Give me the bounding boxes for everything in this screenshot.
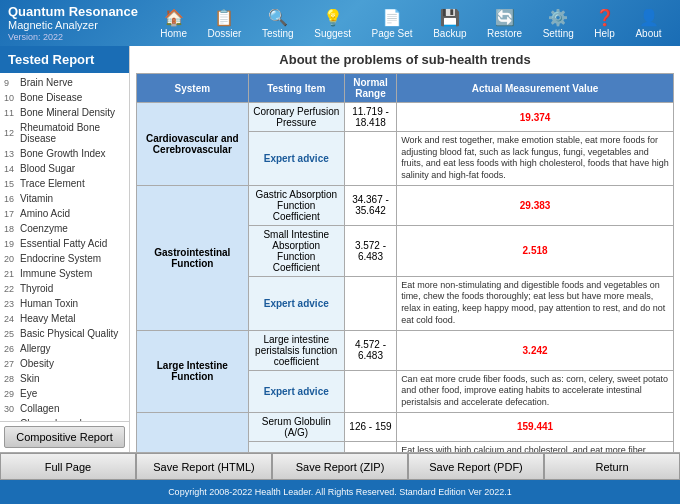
actual-value-cell: 19.374 xyxy=(397,103,674,132)
sidebar-item-29[interactable]: 29Eye xyxy=(0,386,129,401)
return-button[interactable]: Return xyxy=(544,453,680,480)
sidebar-item-26[interactable]: 26Allergy xyxy=(0,341,129,356)
item-number: 16 xyxy=(4,194,18,204)
sidebar-bottom: Compositive Report xyxy=(0,421,129,452)
nav-item-testing[interactable]: 🔍Testing xyxy=(258,6,298,41)
table-row: Large Intestine FunctionLarge intestine … xyxy=(137,330,674,370)
sidebar-item-24[interactable]: 24Heavy Metal xyxy=(0,311,129,326)
sidebar-item-21[interactable]: 21Immune System xyxy=(0,266,129,281)
nav-item-dossier[interactable]: 📋Dossier xyxy=(204,6,246,41)
sidebar-item-15[interactable]: 15Trace Element xyxy=(0,176,129,191)
actual-value-cell: 159.441 xyxy=(397,412,674,441)
app-logo: Quantum Resonance Magnetic Analyzer Vers… xyxy=(8,4,138,43)
system-cell: Large Intestine Function xyxy=(137,330,249,412)
app-version: Version: 2022 xyxy=(8,32,138,42)
save-report-html-button[interactable]: Save Report (HTML) xyxy=(136,453,272,480)
testing-item-cell: Large intestine peristalsis function coe… xyxy=(248,330,344,370)
sidebar-item-19[interactable]: 19Essential Fatty Acid xyxy=(0,236,129,251)
item-number: 9 xyxy=(4,78,18,88)
item-label: Trace Element xyxy=(20,178,85,189)
full-page-button[interactable]: Full Page xyxy=(0,453,136,480)
sidebar-item-18[interactable]: 18Coenzyme xyxy=(0,221,129,236)
actual-value-cell: 3.242 xyxy=(397,330,674,370)
item-label: Obesity xyxy=(20,358,54,369)
normal-range-cell xyxy=(344,370,396,412)
sidebar-item-27[interactable]: 27Obesity xyxy=(0,356,129,371)
item-label: Collagen xyxy=(20,403,59,414)
normal-range-cell xyxy=(344,132,396,186)
sidebar-item-13[interactable]: 13Bone Growth Index xyxy=(0,146,129,161)
app-sub: Magnetic Analyzer xyxy=(8,19,138,32)
item-number: 11 xyxy=(4,108,18,118)
bottom-toolbar: Full PageSave Report (HTML)Save Report (… xyxy=(0,452,680,480)
item-number: 22 xyxy=(4,284,18,294)
sidebar-item-20[interactable]: 20Endocrine System xyxy=(0,251,129,266)
nav-item-help[interactable]: ❓Help xyxy=(590,6,619,41)
normal-range-cell: 4.572 - 6.483 xyxy=(344,330,396,370)
actual-value-cell: 29.383 xyxy=(397,185,674,225)
testing-item-cell: Serum Globulin (A/G) xyxy=(248,412,344,441)
testing-item-cell: Expert advice xyxy=(248,276,344,330)
item-number: 19 xyxy=(4,239,18,249)
item-number: 28 xyxy=(4,374,18,384)
sidebar-item-16[interactable]: 16Vitamin xyxy=(0,191,129,206)
sidebar-item-28[interactable]: 28Skin xyxy=(0,371,129,386)
item-label: Brain Nerve xyxy=(20,77,73,88)
sidebar-item-14[interactable]: 14Blood Sugar xyxy=(0,161,129,176)
item-number: 14 xyxy=(4,164,18,174)
normal-range-cell: 11.719 - 18.418 xyxy=(344,103,396,132)
nav-item-home[interactable]: 🏠Home xyxy=(156,6,191,41)
composite-report-button[interactable]: Compositive Report xyxy=(4,426,125,448)
item-label: Bone Disease xyxy=(20,92,82,103)
sidebar-item-11[interactable]: 11Bone Mineral Density xyxy=(0,105,129,120)
testing-item-cell: Expert advice xyxy=(248,132,344,186)
nav-item-suggest[interactable]: 💡Suggest xyxy=(310,6,355,41)
item-number: 29 xyxy=(4,389,18,399)
actual-value-cell: Work and rest together, make emotion sta… xyxy=(397,132,674,186)
suggest-icon: 💡 xyxy=(323,8,343,27)
save-report-zip-button[interactable]: Save Report (ZIP) xyxy=(272,453,408,480)
sidebar-item-23[interactable]: 23Human Toxin xyxy=(0,296,129,311)
sidebar-title: Tested Report xyxy=(0,46,129,73)
sidebar-item-9[interactable]: 9Brain Nerve xyxy=(0,75,129,90)
testing-item-cell: Expert advice xyxy=(248,370,344,412)
app-name: Quantum Resonance xyxy=(8,4,138,20)
nav-item-backup[interactable]: 💾Backup xyxy=(429,6,470,41)
item-label: Eye xyxy=(20,388,37,399)
sidebar-item-12[interactable]: 12Rheumatoid Bone Disease xyxy=(0,120,129,146)
nav-item-page-set[interactable]: 📄Page Set xyxy=(367,6,416,41)
item-label: Rheumatoid Bone Disease xyxy=(20,122,125,144)
item-number: 30 xyxy=(4,404,18,414)
normal-range-cell xyxy=(344,276,396,330)
item-number: 26 xyxy=(4,344,18,354)
system-cell: Gallbladder Function xyxy=(137,412,249,452)
sidebar-item-10[interactable]: 10Bone Disease xyxy=(0,90,129,105)
item-number: 12 xyxy=(4,128,18,138)
item-number: 10 xyxy=(4,93,18,103)
nav-item-about[interactable]: 👤About xyxy=(631,6,665,41)
normal-range-cell xyxy=(344,441,396,452)
about-icon: 👤 xyxy=(639,8,659,27)
item-number: 20 xyxy=(4,254,18,264)
nav-item-setting[interactable]: ⚙️Setting xyxy=(539,6,578,41)
item-label: Human Toxin xyxy=(20,298,78,309)
col-header-system: System xyxy=(137,74,249,103)
col-header-testing: Testing Item xyxy=(248,74,344,103)
nav-bar: 🏠Home📋Dossier🔍Testing💡Suggest📄Page Set💾B… xyxy=(150,6,672,41)
item-label: Amino Acid xyxy=(20,208,70,219)
help-icon: ❓ xyxy=(595,8,615,27)
item-label: Endocrine System xyxy=(20,253,101,264)
save-report-pdf-button[interactable]: Save Report (PDF) xyxy=(408,453,544,480)
sidebar-item-25[interactable]: 25Basic Physical Quality xyxy=(0,326,129,341)
sidebar-item-30[interactable]: 30Collagen xyxy=(0,401,129,416)
actual-value-cell: 2.518 xyxy=(397,225,674,276)
item-label: Vitamin xyxy=(20,193,53,204)
home-icon: 🏠 xyxy=(164,8,184,27)
nav-item-restore[interactable]: 🔄Restore xyxy=(483,6,526,41)
testing-icon: 🔍 xyxy=(268,8,288,27)
sidebar-item-22[interactable]: 22Thyroid xyxy=(0,281,129,296)
testing-item-cell: Expert advice xyxy=(248,441,344,452)
sidebar-item-17[interactable]: 17Amino Acid xyxy=(0,206,129,221)
page set-icon: 📄 xyxy=(382,8,402,27)
testing-item-cell: Small Intestine Absorption Function Coef… xyxy=(248,225,344,276)
